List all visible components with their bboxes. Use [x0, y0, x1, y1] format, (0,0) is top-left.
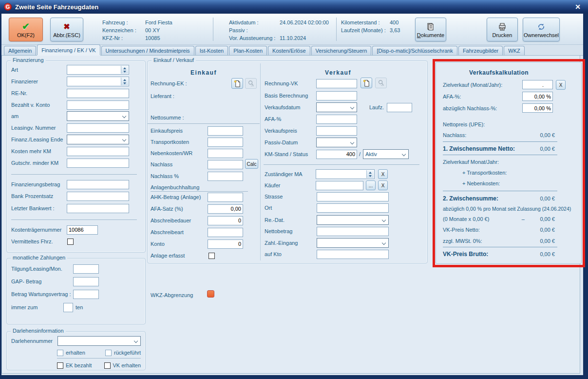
calc-button[interactable]: Calc — [245, 159, 258, 169]
new-document-button[interactable] — [231, 78, 243, 89]
rueckgefuehrt-checkbox[interactable] — [105, 350, 112, 356]
finanzierer-spinner[interactable] — [67, 77, 129, 86]
toolbar: ✔ OK(F2) ✖ Abbr.(ESC) Fahrzeug :Ford Fie… — [1, 14, 583, 45]
basis-berechnung-input[interactable] — [316, 91, 357, 100]
tab-untersuchungen[interactable]: Untersuchungen / Mindestmietpreis — [101, 46, 194, 55]
ek-bezahlt-checkbox[interactable] — [57, 362, 63, 369]
rechnung-vk-input[interactable] — [316, 79, 357, 88]
anlage-erfasst-checkbox[interactable] — [209, 253, 215, 259]
art-spinner[interactable] — [67, 65, 129, 75]
status-select[interactable]: Aktiv — [363, 149, 409, 159]
tab-plan-kosten[interactable]: Plan-Kosten — [229, 46, 267, 55]
auf-kto-input[interactable] — [317, 250, 389, 259]
close-icon[interactable]: ✕ — [571, 3, 584, 11]
kaeufer-input[interactable] — [316, 181, 363, 190]
afa-prozent-vk-label: AFA-% — [265, 116, 316, 122]
cancel-button-label: Abbr.(ESC) — [53, 32, 80, 38]
kostentraegernummer-input[interactable] — [67, 225, 98, 235]
abschreibeart-input[interactable] — [208, 228, 243, 237]
passiv-datum-select[interactable] — [316, 138, 357, 147]
erhalten-checkbox[interactable] — [57, 350, 63, 356]
tilgung-input[interactable] — [73, 264, 99, 274]
clear-kaeufer-button[interactable]: X — [378, 180, 388, 190]
vk-erhalten-checkbox[interactable] — [104, 362, 111, 369]
spinner-arrows-icon[interactable] — [121, 78, 128, 85]
zielverkauf-input[interactable] — [522, 80, 553, 89]
spinner-arrows-icon[interactable] — [366, 170, 374, 178]
kalk-nachlass-prozent-input[interactable] — [522, 103, 553, 113]
spinner-arrows-icon[interactable] — [121, 66, 128, 74]
km-stand-input[interactable] — [316, 150, 357, 159]
vermitteltes-fhrz-checkbox[interactable] — [67, 239, 74, 245]
finanzierungsbetrag-label: Finanzierungsbetrag — [11, 181, 67, 187]
letzter-bankwert-input[interactable] — [67, 204, 129, 213]
tab-dispomatic[interactable]: [Disp-o-matic]/Schlüsselschrank — [372, 46, 457, 55]
ten-label: ten — [76, 304, 83, 310]
am-date-select[interactable] — [67, 111, 129, 121]
field-row-nebenkosten: Nebenkosten/WR — [151, 148, 243, 158]
nachlass-input[interactable] — [208, 160, 243, 169]
kalk-afa-input[interactable] — [522, 92, 553, 101]
abzug-pro-monat-label: abzüglich 0,00 % pro Monat seit Zulassun… — [443, 206, 571, 212]
abschreibedauer-input[interactable] — [208, 216, 243, 225]
laufzeit-input[interactable] — [387, 103, 412, 112]
zustaendiger-ma-spinner[interactable] — [316, 169, 375, 179]
strasse-label: Strasse — [265, 194, 317, 199]
bezahlt-konto-input[interactable] — [67, 100, 129, 110]
nachlass-prozent-input[interactable] — [208, 172, 243, 181]
tab-allgemein[interactable]: Allgemein — [4, 46, 36, 55]
zahl-eingang-select[interactable] — [317, 238, 389, 248]
gutschrift-minder-km-input[interactable] — [67, 159, 129, 168]
wartungsvertrag-input[interactable] — [73, 290, 99, 299]
finanzierungsbetrag-input[interactable] — [67, 180, 129, 189]
leasing-nummer-input[interactable] — [67, 123, 129, 133]
field-row-finanzierer: Finanzierer — [11, 77, 129, 86]
ahk-betrag-input[interactable] — [208, 193, 243, 202]
tab-ist-kosten[interactable]: Ist-Kosten — [195, 46, 228, 55]
clear-ma-button[interactable]: X — [378, 169, 388, 179]
ownerwechsel-button[interactable]: Ownerwechsel — [523, 18, 560, 41]
cancel-button[interactable]: ✖ Abbr.(ESC) — [50, 18, 83, 41]
search-icon — [378, 80, 384, 86]
kosten-mehr-km-input[interactable] — [67, 147, 129, 156]
gap-betrag-input[interactable] — [73, 277, 99, 286]
einkaufspreis-input[interactable] — [208, 126, 243, 136]
ok-button[interactable]: ✔ OK(F2) — [9, 18, 43, 41]
dokumente-button[interactable]: Dokumente — [415, 18, 446, 41]
re-dat-select[interactable] — [317, 215, 389, 225]
art-label: Art — [11, 67, 67, 73]
re-nr-input[interactable] — [67, 89, 129, 98]
kalk-brutto-row: VK-Preis Brutto: 0,00 € — [443, 250, 555, 259]
tab-kosten-erloese[interactable]: Kosten/Erlöse — [268, 46, 310, 55]
immer-zum-input[interactable] — [63, 303, 73, 312]
leasing-ende-select[interactable] — [67, 135, 129, 144]
verkaufsdatum-select[interactable] — [316, 102, 357, 112]
nebenkosten-input[interactable] — [208, 149, 243, 158]
anlagenbuchhaltung-label: Anlagenbuchhaltung — [151, 184, 199, 190]
verkaufspreis-input[interactable] — [316, 126, 357, 136]
drucken-button[interactable]: Drucken — [487, 18, 518, 41]
tab-wkz[interactable]: WKZ — [504, 46, 524, 55]
km-stand-status-label: KM-Stand / Status — [265, 151, 316, 157]
column-divider — [260, 63, 261, 260]
group-einkauf-verkauf-title: Einkauf / Verkauf — [152, 57, 196, 63]
clear-zielverkauf-button[interactable]: X — [556, 80, 566, 90]
nettobetrag-input[interactable] — [317, 227, 389, 236]
new-document-button[interactable] — [360, 78, 372, 88]
browse-kaeufer-button[interactable]: ... — [366, 180, 376, 190]
bank-prozentsatz-input[interactable] — [67, 192, 129, 201]
konto-input[interactable] — [208, 239, 243, 249]
tab-fahrzeugbilder[interactable]: Fahrzeugbilder — [458, 46, 503, 55]
wkz-abgrenzung-indicator[interactable] — [207, 290, 214, 298]
afa-prozent-vk-input[interactable] — [316, 115, 357, 124]
search-invoice-button[interactable] — [375, 78, 387, 88]
afa-satz-input[interactable] — [208, 204, 243, 214]
tab-finanzierung-ek-vk[interactable]: Finanzierung / EK / VK — [37, 44, 100, 55]
ort-input[interactable] — [317, 203, 389, 213]
tab-versicherung-steuern[interactable]: Versicherung/Steuern — [311, 46, 372, 55]
transportkosten-input[interactable] — [208, 138, 243, 147]
darlehennummer-select[interactable] — [57, 336, 141, 346]
strasse-input[interactable] — [317, 192, 389, 201]
kalk-zwischensumme1-row: 1. Zwischensumme Netto: 0,00 € — [443, 144, 555, 153]
search-invoice-button[interactable] — [245, 78, 257, 89]
